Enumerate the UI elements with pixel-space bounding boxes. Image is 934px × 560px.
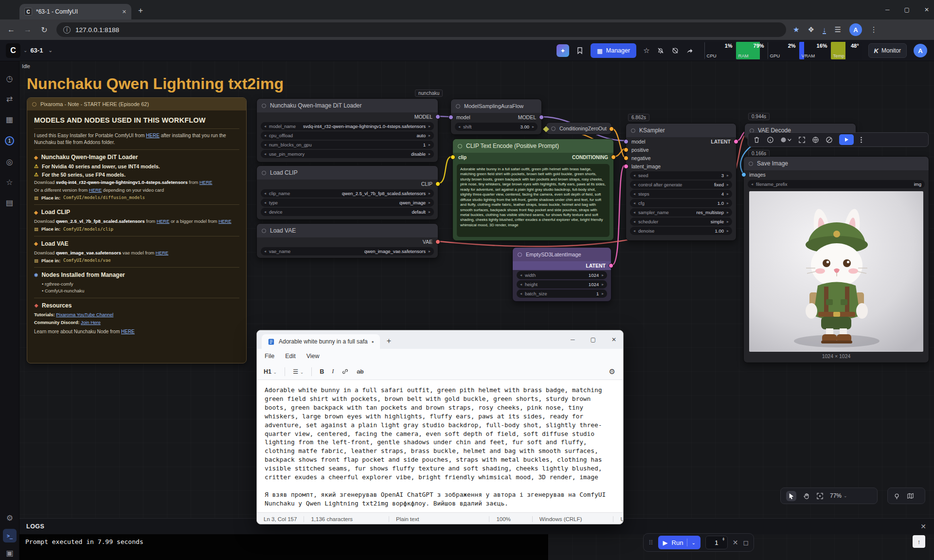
- collapse-dot-icon[interactable]: [262, 229, 266, 233]
- window-maximize-icon[interactable]: ▢: [904, 6, 910, 13]
- window-minimize-icon[interactable]: ─: [885, 6, 890, 13]
- model-library-icon[interactable]: ◎: [6, 158, 13, 166]
- bell-off-icon[interactable]: [657, 47, 665, 54]
- combo-left-icon[interactable]: ◂: [458, 125, 460, 129]
- widget-clip-name[interactable]: ◂clip_nameqwen_2.5_vl_7b_fp8_scaled.safe…: [261, 189, 434, 198]
- combo-right-icon[interactable]: ▸: [727, 201, 729, 205]
- notepad-titlebar[interactable]: Adorable white bunny in a full safa ● + …: [257, 330, 623, 349]
- combo-right-icon[interactable]: ▸: [429, 133, 431, 138]
- back-icon[interactable]: ←: [3, 25, 19, 34]
- focus-mode-icon[interactable]: [893, 492, 900, 500]
- widget-scheduler[interactable]: ◂schedulersimple▸: [630, 217, 732, 226]
- extensions-icon[interactable]: ❖: [808, 25, 814, 34]
- batch-count-input[interactable]: 1 ▲▼: [705, 536, 728, 549]
- node-header[interactable]: EmptySD3LatentImage: [513, 248, 611, 261]
- collapse-dot-icon[interactable]: [631, 128, 635, 133]
- combo-left-icon[interactable]: ◂: [264, 124, 266, 128]
- combo-left-icon[interactable]: ◂: [520, 291, 522, 296]
- notepad-new-tab-icon[interactable]: +: [387, 337, 391, 345]
- node-save-image[interactable]: Save Image images ◂filename_prefiximg: [743, 156, 929, 363]
- combo-right-icon[interactable]: ▸: [429, 152, 431, 156]
- browser-profile-avatar[interactable]: A: [849, 23, 862, 36]
- combo-left-icon[interactable]: ◂: [264, 152, 266, 156]
- combo-right-icon[interactable]: ▸: [602, 291, 604, 296]
- combo-right-icon[interactable]: ▸: [602, 273, 604, 277]
- clip-input-port[interactable]: [450, 155, 455, 160]
- combo-right-icon[interactable]: ▸: [727, 219, 729, 224]
- widget-control-after-generate[interactable]: ◂control after generatefixed▸: [630, 181, 732, 189]
- bookmark-icon[interactable]: [576, 47, 584, 54]
- run-button[interactable]: ▶ Run ⌄: [658, 536, 700, 549]
- node-color-picker-icon[interactable]: [780, 136, 792, 144]
- widget-cpu-offload[interactable]: ◂cpu_offloadauto▸: [261, 131, 434, 140]
- logs-console[interactable]: Prompt executed in 7.99 seconds: [19, 534, 548, 560]
- node-header[interactable]: CLIP Text Encode (Positive Prompt): [453, 139, 613, 153]
- workflows-icon[interactable]: ⇄: [6, 95, 13, 103]
- drag-handle-icon[interactable]: ⠿: [648, 539, 653, 546]
- node-header[interactable]: Load CLIP: [257, 166, 438, 180]
- combo-left-icon[interactable]: ◂: [633, 173, 635, 178]
- templates-icon[interactable]: ▤: [6, 199, 13, 207]
- collapse-node-icon[interactable]: [798, 136, 806, 144]
- combo-left-icon[interactable]: ◂: [633, 229, 635, 233]
- link[interactable]: HERE: [146, 133, 160, 138]
- prompt-text-widget[interactable]: Adorable white bunny in a full safari ou…: [457, 164, 610, 237]
- terminal-logs-icon[interactable]: >_: [3, 529, 17, 542]
- menu-edit[interactable]: Edit: [285, 353, 296, 360]
- node-header[interactable]: Nunchaku Qwen-Image DiT Loader: [257, 99, 438, 112]
- combo-left-icon[interactable]: ◂: [633, 210, 635, 215]
- new-tab-button[interactable]: +: [138, 6, 143, 16]
- node-header[interactable]: ModelSamplingAuraFlow: [451, 99, 541, 113]
- model-output-port[interactable]: [435, 114, 440, 119]
- queue-count-badge[interactable]: 1: [5, 136, 14, 145]
- pin-node-icon[interactable]: [812, 136, 819, 144]
- widget-filename-prefix[interactable]: ◂filename_prefiximg: [748, 180, 925, 188]
- menu-view[interactable]: View: [306, 353, 320, 360]
- workflow-chevron-icon[interactable]: ⌄: [48, 48, 52, 53]
- node-header[interactable]: Load VAE: [257, 224, 438, 237]
- collapse-dot-icon[interactable]: [262, 171, 266, 175]
- widget-steps[interactable]: ◂steps4▸: [630, 190, 732, 198]
- latent-output-port[interactable]: [734, 139, 738, 144]
- combo-left-icon[interactable]: ◂: [633, 201, 635, 205]
- logo-chevron-icon[interactable]: ⌄: [23, 48, 27, 53]
- model-input-port[interactable]: [449, 115, 453, 120]
- strikethrough-button[interactable]: ab: [357, 368, 363, 375]
- manager-button[interactable]: ▦ Manager: [591, 43, 636, 58]
- comfyui-logo[interactable]: C: [6, 43, 20, 58]
- notepad-settings-icon[interactable]: ⚙: [609, 367, 615, 376]
- collapse-dot-icon[interactable]: [262, 104, 266, 108]
- node-clip-text-encode[interactable]: CLIP Text Encode (Positive Prompt) clipC…: [452, 139, 614, 241]
- combo-right-icon[interactable]: ▸: [602, 282, 604, 287]
- notepad-window[interactable]: Adorable white bunny in a full safa ● + …: [256, 330, 624, 524]
- combo-left-icon[interactable]: ◂: [633, 192, 635, 196]
- link[interactable]: Join Here: [81, 320, 101, 325]
- image-generation-icon[interactable]: ✦: [557, 44, 569, 57]
- tab-close-icon[interactable]: ✕: [122, 9, 126, 15]
- archive-icon[interactable]: ▣: [6, 549, 13, 557]
- node-dit-loader[interactable]: Nunchaku Qwen-Image DiT Loader MODEL ◂mo…: [256, 98, 438, 163]
- vae-output-port[interactable]: [435, 239, 440, 244]
- combo-left-icon[interactable]: ◂: [633, 182, 635, 187]
- node-header[interactable]: Save Image: [744, 157, 929, 170]
- logs-close-icon[interactable]: ✕: [920, 523, 926, 530]
- node-load-clip[interactable]: Load CLIP CLIP ◂clip_nameqwen_2.5_vl_7b_…: [256, 165, 438, 220]
- node-ksampler[interactable]: KSampler modelLATENT positive negative l…: [626, 123, 736, 241]
- pan-tool-icon[interactable]: [803, 492, 810, 500]
- model-input-port[interactable]: [624, 139, 629, 144]
- link[interactable]: Pixaroma YouTube Channel: [56, 312, 113, 317]
- widget-device[interactable]: ◂devicedefault▸: [261, 208, 434, 216]
- conditioning-output-port[interactable]: [609, 126, 614, 131]
- combo-right-icon[interactable]: ▸: [727, 229, 729, 233]
- info-icon[interactable]: [767, 136, 774, 144]
- combo-left-icon[interactable]: ◂: [264, 143, 266, 147]
- combo-right-icon[interactable]: ▸: [429, 124, 431, 128]
- collapse-dot-icon[interactable]: [456, 104, 460, 108]
- share-icon[interactable]: [686, 47, 694, 54]
- favorites-star-icon[interactable]: ☆: [643, 46, 649, 55]
- widget-sampler-name[interactable]: ◂sampler_nameres_multistep▸: [630, 208, 732, 217]
- combo-right-icon[interactable]: ▸: [429, 249, 431, 253]
- node-library-icon[interactable]: ▦: [6, 116, 13, 124]
- clear-queue-icon[interactable]: ✕: [733, 539, 738, 546]
- combo-left-icon[interactable]: ◂: [633, 219, 635, 224]
